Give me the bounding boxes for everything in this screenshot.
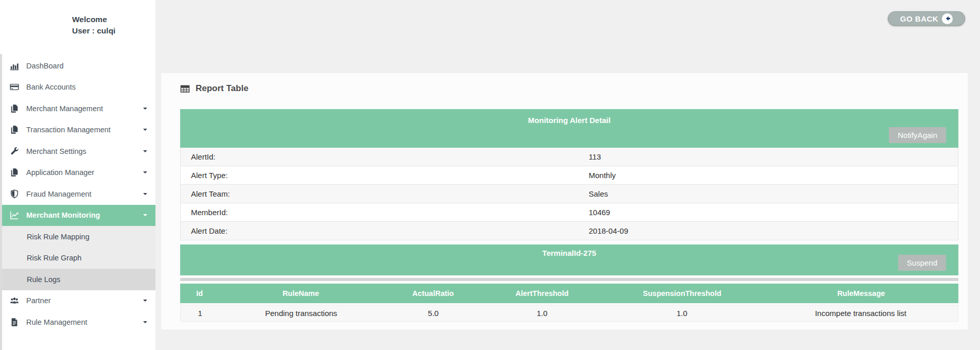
detail-row-member-id: MemberId: 10469 [180,203,958,222]
column-header-alertthreshold: AlertThreshold [484,289,601,297]
table-icon [180,84,190,94]
sidebar-subitem-rule-logs[interactable]: Rule Logs [0,269,155,290]
sidebar-item-label: DashBoard [26,62,64,70]
cell-rulemessage: Incompete transactions list [763,309,958,318]
sidebar-item-dashboard[interactable]: DashBoard [0,55,155,77]
column-header-suspensionthreshold: SuspensionThreshold [600,289,764,297]
notify-again-button[interactable]: NotifyAgain [889,127,946,143]
sidebar-item-merchant-management[interactable]: Merchant Management [0,98,155,119]
cell-suspensionthreshold: 1.0 [600,309,763,318]
terminal-title: TerminalId-275 [180,244,958,257]
detail-row-alert-date: Alert Date: 2018-04-09 [180,222,958,240]
sidebar-scrollbar[interactable] [0,54,2,350]
cell-alertthreshold: 1.0 [484,309,601,318]
detail-label: MemberId: [181,208,589,217]
welcome-line: Welcome [72,14,155,25]
merchant-monitoring-submenu: Risk Rule Mapping Risk Rule Graph Rule L… [0,226,155,290]
detail-label: Alert Date: [181,226,589,235]
chevron-down-icon [143,150,147,154]
sidebar-subitem-label: Risk Rule Graph [27,254,81,262]
welcome-banner: Welcome User : culqi [0,0,155,37]
main-content: GO BACK Report Table Monitoring Alert De… [155,0,980,350]
sidebar-item-label: Transaction Management [26,126,111,134]
sidebar-item-label: Merchant Management [26,104,103,113]
column-header-rulename: RuleName [219,289,383,297]
chevron-down-icon [143,214,147,218]
column-header-rulemessage: RuleMessage [764,289,958,297]
sidebar-item-transaction-management[interactable]: Transaction Management [0,119,155,141]
terminal-header: TerminalId-275 Suspend [180,244,958,275]
wrench-icon [9,146,20,156]
detail-value: 10469 [589,208,958,217]
sidebar-subitem-risk-rule-graph[interactable]: Risk Rule Graph [0,248,155,269]
line-chart-icon [9,210,20,220]
credit-card-icon [9,82,20,92]
chevron-down-icon [143,129,147,133]
detail-row-alert-team: Alert Team: Sales [180,185,958,203]
detail-value: Sales [589,189,958,198]
sidebar-item-label: Rule Management [26,318,87,326]
alert-detail-rows: AlertId: 113 Alert Type: Monthly Alert T… [180,148,958,240]
alert-detail-title: Monitoring Alert Detail [180,109,958,125]
sidebar-item-bank-accounts[interactable]: Bank Accounts [0,77,155,98]
cell-id: 1 [181,309,220,318]
copy-icon [9,167,20,178]
column-header-actualratio: ActualRatio [382,289,484,297]
copy-icon [9,125,20,135]
file-text-icon [9,317,20,327]
sidebar-item-label: Application Manager [26,168,94,177]
detail-value: Monthly [589,171,958,180]
copy-icon [9,103,20,114]
go-back-label: GO BACK [900,14,938,23]
chevron-down-icon [143,321,147,325]
sidebar-item-application-manager[interactable]: Application Manager [0,162,155,184]
sidebar-item-merchant-monitoring[interactable]: Merchant Monitoring [0,205,155,226]
divider [180,278,958,281]
suspend-button[interactable]: Suspend [898,255,946,271]
chevron-down-icon [143,108,147,112]
sidebar-item-label: Merchant Monitoring [26,211,100,219]
rules-table-header: Id RuleName ActualRatio AlertThreshold S… [180,284,958,303]
chevron-down-icon [143,171,147,176]
chevron-down-icon [143,300,147,304]
sidebar-item-partner[interactable]: Partner [0,290,155,312]
cell-actualratio: 5.0 [383,309,484,318]
users-icon [9,295,20,306]
sidebar-subitem-risk-rule-mapping[interactable]: Risk Rule Mapping [0,226,155,248]
table-row: 1 Pending transactions 5.0 1.0 1.0 Incom… [180,305,958,322]
sidebar-item-label: Merchant Settings [26,147,86,155]
arrow-left-icon [942,13,953,24]
bar-chart-icon [9,61,20,71]
detail-value: 2018-04-09 [589,226,958,235]
detail-value: 113 [589,152,958,161]
column-header-id: Id [180,289,219,297]
detail-row-alert-id: AlertId: 113 [180,148,958,166]
sidebar-subitem-label: Risk Rule Mapping [27,233,90,241]
detail-label: Alert Type: [181,171,589,180]
sidebar-item-rule-management[interactable]: Rule Management [0,311,155,333]
report-table-card: Report Table Monitoring Alert Detail Not… [161,73,968,329]
alert-detail-header: Monitoring Alert Detail NotifyAgain [180,109,958,148]
sidebar-menu: DashBoard Bank Accounts Merchant Managem… [0,55,155,333]
sidebar: Welcome User : culqi DashBoard Bank Acco… [0,0,155,350]
sidebar-item-label: Bank Accounts [26,83,76,91]
shield-icon [9,189,20,199]
sidebar-subitem-label: Rule Logs [27,275,60,284]
sidebar-item-merchant-settings[interactable]: Merchant Settings [0,141,155,162]
sidebar-item-fraud-management[interactable]: Fraud Management [0,183,155,205]
cell-rulename: Pending transactions [220,309,383,318]
sidebar-item-label: Partner [26,296,51,305]
detail-label: AlertId: [181,152,589,161]
welcome-user: User : culqi [72,25,155,37]
sidebar-item-label: Fraud Management [26,190,92,198]
report-table-title: Report Table [196,83,249,94]
go-back-button[interactable]: GO BACK [888,11,965,26]
detail-row-alert-type: Alert Type: Monthly [180,166,958,185]
report-table-heading: Report Table [180,79,958,98]
detail-label: Alert Team: [181,189,589,198]
chevron-down-icon [143,193,147,197]
